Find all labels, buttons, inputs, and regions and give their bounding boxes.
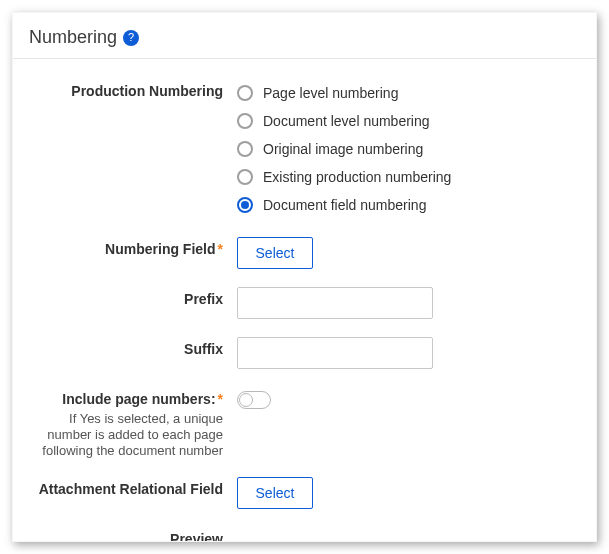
panel-title: Numbering (29, 27, 117, 48)
radio-existing-production[interactable]: Existing production numbering (237, 163, 580, 191)
label-include-page-numbers: Include page numbers:* If Yes is selecte… (29, 387, 237, 459)
numbering-form: Production Numbering Page level numberin… (13, 59, 596, 542)
panel-header: Numbering ? (13, 13, 596, 59)
include-page-numbers-toggle[interactable] (237, 391, 271, 409)
label-attachment-relational-field: Attachment Relational Field (29, 477, 237, 499)
radio-icon (237, 197, 253, 213)
suffix-input[interactable] (237, 337, 433, 369)
radio-label: Document field numbering (263, 197, 426, 213)
label-production-numbering: Production Numbering (29, 79, 237, 101)
hint-include-page-numbers: If Yes is selected, a unique number is a… (29, 411, 223, 460)
prefix-input[interactable] (237, 287, 433, 319)
label-prefix: Prefix (29, 287, 237, 309)
radio-group: Page level numbering Document level numb… (237, 79, 580, 219)
radio-icon (237, 169, 253, 185)
required-marker: * (218, 241, 223, 257)
label-numbering-field: Numbering Field* (29, 237, 237, 259)
radio-original-image[interactable]: Original image numbering (237, 135, 580, 163)
radio-label: Page level numbering (263, 85, 398, 101)
row-prefix: Prefix (29, 287, 580, 319)
required-marker: * (218, 391, 223, 407)
label-suffix: Suffix (29, 337, 237, 359)
select-attachment-field-button[interactable]: Select (237, 477, 313, 509)
radio-document-field[interactable]: Document field numbering (237, 191, 580, 219)
row-production-numbering: Production Numbering Page level numberin… (29, 79, 580, 219)
radio-document-level[interactable]: Document level numbering (237, 107, 580, 135)
select-numbering-field-button[interactable]: Select (237, 237, 313, 269)
radio-icon (237, 141, 253, 157)
row-attachment-relational-field: Attachment Relational Field Select (29, 477, 580, 509)
numbering-panel: Numbering ? Production Numbering Page le… (12, 12, 597, 542)
row-suffix: Suffix (29, 337, 580, 369)
help-icon[interactable]: ? (123, 30, 139, 46)
label-preview: Preview (29, 527, 237, 542)
radio-label: Original image numbering (263, 141, 423, 157)
radio-page-level[interactable]: Page level numbering (237, 79, 580, 107)
row-include-page-numbers: Include page numbers:* If Yes is selecte… (29, 387, 580, 459)
radio-icon (237, 113, 253, 129)
radio-label: Document level numbering (263, 113, 430, 129)
radio-icon (237, 85, 253, 101)
row-numbering-field: Numbering Field* Select (29, 237, 580, 269)
radio-label: Existing production numbering (263, 169, 451, 185)
row-preview: Preview (29, 527, 580, 542)
